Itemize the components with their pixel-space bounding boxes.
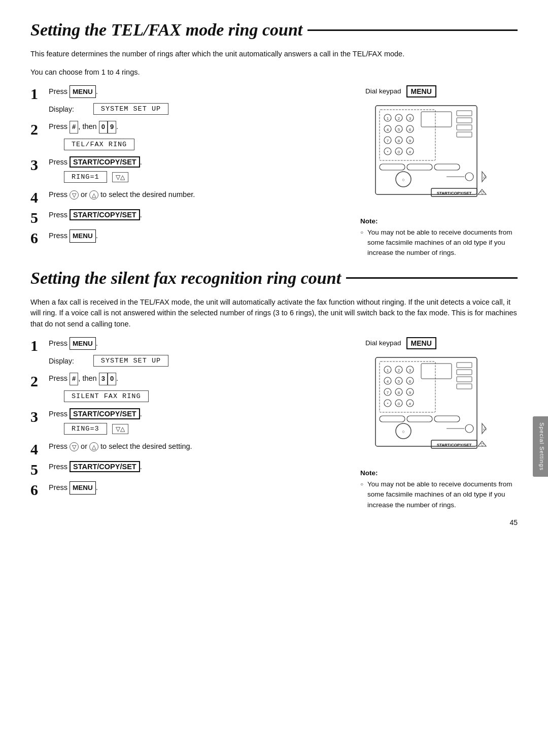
svg-rect-26 — [421, 112, 452, 127]
svg-rect-30 — [457, 132, 472, 137]
section2-steps-diagram: 1 Press MENU. Display: SYSTEM SET UP 2 P… — [30, 337, 518, 510]
svg-text:▽: ▽ — [481, 442, 484, 447]
ring-display-s2: RING=3 — [64, 423, 107, 435]
menu-button-s1[interactable]: MENU — [70, 85, 96, 98]
svg-rect-72 — [457, 370, 472, 375]
svg-rect-28 — [457, 118, 472, 123]
step1-row: 1 Press MENU. Display: SYSTEM SET UP — [30, 85, 350, 117]
svg-rect-33 — [434, 164, 460, 170]
s2-step6-row: 6 Press MENU. — [30, 481, 350, 498]
title-line1 — [307, 29, 518, 31]
section2-steps-col: 1 Press MENU. Display: SYSTEM SET UP 2 P… — [30, 337, 350, 510]
keypad-label-s1: Dial keypad — [365, 87, 401, 95]
step6-row: 6 Press MENU. — [30, 229, 350, 246]
svg-text:START/COPY/SET: START/COPY/SET — [437, 443, 472, 447]
key0-s1: 0 — [99, 121, 108, 134]
display-value-s2-2: SILENT FAX RING — [64, 390, 149, 402]
svg-rect-76 — [407, 416, 432, 422]
svg-rect-74 — [457, 384, 472, 389]
startcopyset-s2-5[interactable]: START/COPY/SET — [70, 461, 140, 472]
display-value-s1-2: TEL/FAX RING — [64, 139, 134, 150]
ring-display-s1: RING=1 — [64, 171, 107, 183]
s2-step5-row: 5 Press START/COPY/SET. — [30, 461, 350, 477]
step3-row: 3 Press START/COPY/SET. RING=1 ▽△ — [30, 156, 350, 185]
svg-text:△: △ — [483, 174, 487, 179]
section2-diagram: 1 2 3 4 5 6 7 — [360, 352, 518, 464]
startcopyset-s1-3[interactable]: START/COPY/SET — [70, 156, 140, 168]
svg-rect-73 — [457, 377, 472, 382]
menu-box-s2: MENU — [406, 337, 436, 349]
svg-text:7: 7 — [387, 390, 389, 395]
section2-diagram-col: Dial keypad MENU 1 2 3 — [360, 337, 518, 510]
section1: Setting the TEL/FAX mode ring count This… — [30, 20, 518, 258]
step2-row: 2 Press #, then 09. TEL/FAX RING — [30, 121, 350, 152]
svg-text:3: 3 — [409, 368, 412, 372]
section1-desc1: This feature determines the number of ri… — [30, 49, 518, 60]
device-svg-s1: 1 2 3 4 5 6 7 — [370, 101, 507, 212]
svg-text:6: 6 — [409, 127, 412, 132]
svg-text:9: 9 — [409, 390, 412, 395]
section2-note: Note: You may not be able to receive doc… — [360, 468, 518, 510]
svg-text:*: * — [387, 149, 388, 154]
svg-text:1: 1 — [387, 116, 389, 120]
svg-rect-71 — [457, 363, 472, 368]
svg-text:3: 3 — [409, 116, 412, 120]
svg-rect-32 — [407, 164, 432, 170]
menu-box-s1: MENU — [406, 85, 436, 97]
step4-row: 4 Press ▽ or △ to select the desired num… — [30, 189, 350, 205]
svg-text:○: ○ — [402, 177, 404, 182]
svg-text:0: 0 — [398, 401, 400, 406]
hash-button-s1[interactable]: # — [70, 121, 78, 134]
section2-title: Setting the silent fax recognition ring … — [30, 269, 518, 288]
svg-rect-27 — [457, 111, 472, 116]
svg-text:5: 5 — [398, 127, 400, 132]
key0-s2: 0 — [108, 373, 116, 385]
svg-text:4: 4 — [387, 127, 389, 132]
s2-step2-row: 2 Press #, then 30. SILENT FAX RING — [30, 373, 350, 404]
svg-point-37 — [465, 173, 473, 181]
startcopyset-s2-3[interactable]: START/COPY/SET — [70, 408, 140, 419]
section2-desc: When a fax call is received in the TEL/F… — [30, 297, 518, 330]
page: Setting the TEL/FAX mode ring count This… — [0, 0, 548, 547]
section1-steps-col: 1 Press MENU. Display: SYSTEM SET UP 2 P… — [30, 85, 350, 258]
s2-step4-row: 4 Press ▽ or △ to select the desired set… — [30, 441, 350, 457]
section1-title: Setting the TEL/FAX mode ring count — [30, 20, 518, 40]
section1-steps-diagram: 1 Press MENU. Display: SYSTEM SET UP 2 P… — [30, 85, 518, 258]
svg-text:4: 4 — [387, 379, 389, 383]
title-line2 — [346, 277, 518, 279]
svg-text:8: 8 — [398, 390, 400, 395]
hash-button-s2[interactable]: # — [70, 373, 78, 385]
svg-text:1: 1 — [387, 368, 389, 372]
svg-text:6: 6 — [409, 379, 412, 383]
device-svg-s2: 1 2 3 4 5 6 7 — [370, 352, 507, 464]
svg-text:0: 0 — [398, 149, 400, 154]
display-value-s2-1: SYSTEM SET UP — [93, 355, 168, 367]
svg-text:#: # — [409, 149, 412, 154]
step5-row: 5 Press START/COPY/SET. — [30, 209, 350, 225]
s2-step3-row: 3 Press START/COPY/SET. RING=3 ▽△ — [30, 408, 350, 437]
svg-rect-70 — [421, 364, 452, 379]
section1-diagram: 1 2 3 4 5 6 7 — [360, 101, 518, 212]
s2-step1-row: 1 Press MENU. Display: SYSTEM SET UP — [30, 337, 350, 369]
svg-text:2: 2 — [398, 368, 400, 372]
svg-text:▽: ▽ — [481, 190, 484, 195]
menu-button-s2[interactable]: MENU — [70, 337, 96, 350]
svg-text:△: △ — [483, 425, 487, 431]
side-tab: Special Settings — [533, 416, 548, 477]
section1-diagram-col: Dial keypad MENU 1 2 — [360, 85, 518, 258]
svg-text:#: # — [409, 401, 412, 406]
svg-point-81 — [465, 424, 473, 433]
key9-s1: 9 — [108, 121, 116, 134]
keypad-label-s2: Dial keypad — [365, 339, 401, 347]
startcopyset-s1-5[interactable]: START/COPY/SET — [70, 209, 140, 220]
display-value-s1-1: SYSTEM SET UP — [93, 103, 168, 115]
svg-text:○: ○ — [402, 429, 404, 434]
menu-button-s1-6[interactable]: MENU — [70, 229, 96, 243]
svg-rect-75 — [380, 416, 405, 422]
svg-rect-29 — [457, 125, 472, 130]
display-label-s1: Display: — [49, 105, 74, 113]
nav-arrows-s2: ▽△ — [112, 424, 128, 434]
menu-button-s2-6[interactable]: MENU — [70, 481, 96, 495]
svg-text:9: 9 — [409, 138, 412, 143]
svg-rect-31 — [380, 164, 405, 170]
